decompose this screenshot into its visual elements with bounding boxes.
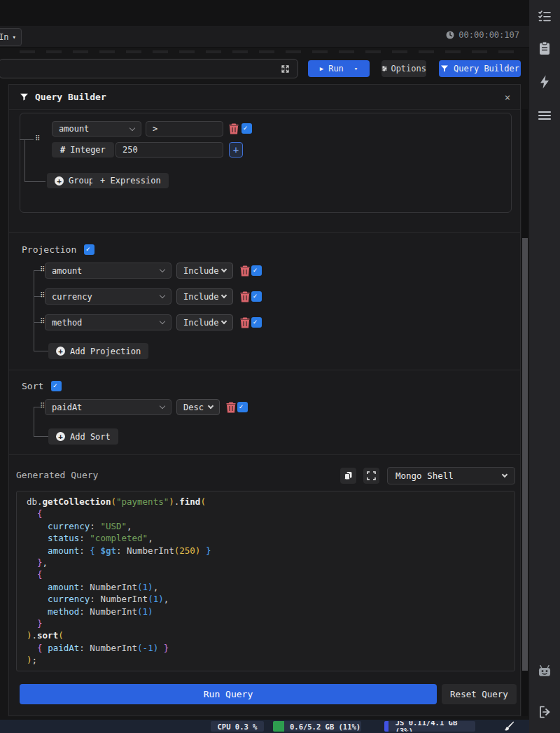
projection-section-label: Projection	[22, 244, 94, 255]
fullscreen-icon[interactable]	[363, 468, 379, 484]
query-timer: 00:00:00:107	[446, 30, 519, 40]
projection-field-select[interactable]: method	[45, 314, 172, 330]
panel-header: Query Builder ×	[9, 85, 520, 110]
add-condition-button[interactable]: +	[229, 142, 243, 158]
sort-field-select[interactable]: paidAt	[45, 399, 172, 415]
trash-icon[interactable]	[240, 265, 250, 277]
add-sort-label: Add Sort	[70, 432, 111, 442]
sliders-icon	[382, 64, 387, 73]
expand-input-icon[interactable]	[280, 64, 290, 74]
projection-enabled-row-checkbox[interactable]	[251, 265, 262, 276]
chevron-down-icon	[221, 319, 227, 324]
query-builder-button[interactable]: Query Builder	[439, 60, 521, 77]
projection-mode-select[interactable]: Include	[176, 314, 233, 330]
drag-handle-icon[interactable]: ⠿	[40, 318, 43, 325]
circle-plus-icon: +	[56, 347, 65, 356]
right-sidebar	[529, 0, 560, 733]
chevron-down-icon	[160, 319, 165, 324]
section-divider	[9, 232, 520, 233]
scrollbar-thumb[interactable]	[522, 238, 528, 671]
tree-line	[34, 436, 48, 437]
lightning-icon[interactable]	[537, 74, 552, 90]
projection-mode-select[interactable]: Include	[176, 288, 233, 305]
projection-mode-select[interactable]: Include	[176, 263, 233, 279]
status-bar: CPU 0.3 % 0.6/5.2 GB (11%) JS 0.11/4.1 G…	[0, 720, 529, 733]
trash-icon[interactable]	[226, 402, 236, 413]
close-icon[interactable]: ×	[501, 91, 514, 104]
section-divider	[9, 370, 520, 370]
menu-lines-icon[interactable]	[537, 108, 552, 123]
match-field-value: amount	[59, 124, 89, 134]
sort-direction-select[interactable]: Desc	[176, 399, 220, 415]
sort-enabled-checkbox[interactable]	[51, 381, 62, 391]
projection-enabled-checkbox[interactable]	[84, 244, 94, 255]
add-sort-button[interactable]: + Add Sort	[48, 428, 118, 445]
tree-line	[34, 270, 34, 351]
add-projection-button[interactable]: + Add Projection	[48, 343, 148, 359]
tree-line	[24, 139, 25, 181]
chevron-down-icon	[160, 267, 165, 272]
options-button[interactable]: Options	[382, 60, 426, 77]
tree-line	[20, 139, 34, 140]
value-type-button[interactable]: # Integer	[52, 142, 114, 158]
sort-field-value: paidAt	[52, 403, 82, 412]
sort-enabled-row-checkbox[interactable]	[237, 402, 248, 412]
copy-icon[interactable]	[340, 468, 356, 484]
projection-field-select[interactable]: currency	[45, 288, 172, 305]
circle-plus-icon: +	[55, 176, 64, 186]
match-operator-input[interactable]: >	[146, 121, 223, 137]
run-dropdown-caret-icon[interactable]: ▾	[354, 65, 358, 72]
drag-handle-icon[interactable]: ⠿	[40, 292, 43, 299]
generated-code[interactable]: db.getCollection("payments").find( { cur…	[16, 491, 515, 671]
expression-button[interactable]: + Expression	[92, 173, 169, 188]
logout-icon[interactable]	[537, 704, 552, 720]
run-query-button[interactable]: Run Query	[20, 684, 437, 704]
funnel-icon	[440, 64, 449, 73]
match-field-select[interactable]: amount	[52, 121, 141, 137]
reset-query-button[interactable]: Reset Query	[442, 684, 517, 704]
trash-icon[interactable]	[240, 291, 250, 302]
drag-handle-icon[interactable]: ⠿	[40, 403, 43, 410]
clock-icon	[446, 31, 454, 39]
query-input[interactable]	[0, 59, 298, 78]
generated-query-label: Generated Query	[16, 470, 98, 480]
projection-enabled-row-checkbox[interactable]	[251, 317, 262, 328]
projection-field-select[interactable]: amount	[45, 263, 172, 279]
memory-usage-badge: 0.6/5.2 GB (11%)	[273, 721, 361, 732]
projection-label-text: Projection	[22, 244, 76, 255]
chevron-down-icon	[130, 125, 135, 130]
projection-field-value: method	[52, 318, 82, 328]
projection-mode-value: Include	[183, 292, 219, 302]
sort-section-label: Sort	[22, 381, 62, 391]
checklist-icon[interactable]	[537, 8, 552, 24]
projection-field-value: amount	[52, 266, 82, 276]
sort-label-text: Sort	[22, 381, 43, 391]
language-select[interactable]: Mongo Shell	[387, 467, 515, 484]
trash-icon[interactable]	[240, 317, 250, 328]
run-button[interactable]: ▶ Run ▾	[308, 60, 370, 77]
connection-tab[interactable]: In ▾	[0, 28, 22, 46]
projection-mode-value: Include	[183, 266, 219, 276]
language-select-value: Mongo Shell	[396, 470, 454, 481]
funnel-icon	[20, 92, 29, 102]
match-enabled-checkbox[interactable]	[241, 123, 252, 134]
query-builder-panel: Query Builder × ⠿ amount > # Integer	[8, 84, 521, 716]
chevron-down-icon: ▾	[13, 34, 16, 41]
options-button-label: Options	[391, 64, 426, 74]
match-value: 250	[122, 145, 138, 155]
chevron-down-icon	[221, 293, 227, 298]
projection-field-value: currency	[52, 292, 92, 302]
panel-title: Query Builder	[35, 92, 106, 102]
drag-handle-icon[interactable]: ⠿	[35, 135, 38, 142]
projection-mode-value: Include	[183, 318, 219, 328]
clipboard-icon[interactable]	[537, 41, 552, 56]
run-button-label: Run	[328, 64, 344, 74]
chevron-down-icon	[502, 472, 507, 477]
brush-icon[interactable]	[503, 720, 514, 733]
robot-icon[interactable]	[537, 664, 552, 679]
js-heap-level-indicator	[384, 721, 388, 732]
trash-icon[interactable]	[229, 123, 239, 134]
drag-handle-icon[interactable]: ⠿	[40, 266, 43, 273]
match-value-input[interactable]: 250	[115, 142, 223, 158]
projection-enabled-row-checkbox[interactable]	[251, 291, 262, 302]
